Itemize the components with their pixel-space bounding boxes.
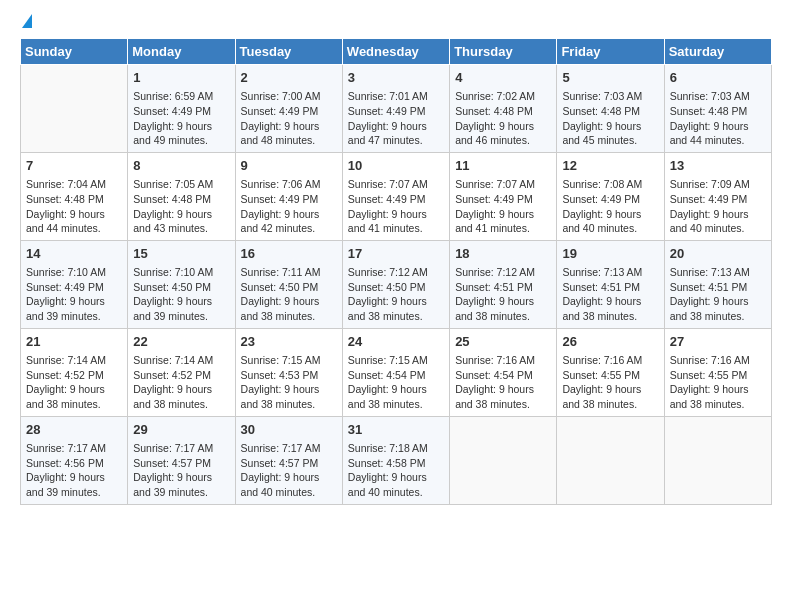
sunset-text: Sunset: 4:51 PM <box>455 280 551 295</box>
calendar-cell: 22Sunrise: 7:14 AMSunset: 4:52 PMDayligh… <box>128 328 235 416</box>
daylight-text: Daylight: 9 hours and 40 minutes. <box>348 470 444 499</box>
daylight-text: Daylight: 9 hours and 39 minutes. <box>26 294 122 323</box>
sunrise-text: Sunrise: 7:06 AM <box>241 177 337 192</box>
daylight-text: Daylight: 9 hours and 38 minutes. <box>670 382 766 411</box>
sunrise-text: Sunrise: 7:17 AM <box>26 441 122 456</box>
sunrise-text: Sunrise: 7:05 AM <box>133 177 229 192</box>
daylight-text: Daylight: 9 hours and 48 minutes. <box>241 119 337 148</box>
day-number: 19 <box>562 245 658 263</box>
daylight-text: Daylight: 9 hours and 46 minutes. <box>455 119 551 148</box>
daylight-text: Daylight: 9 hours and 38 minutes. <box>241 294 337 323</box>
daylight-text: Daylight: 9 hours and 38 minutes. <box>133 382 229 411</box>
daylight-text: Daylight: 9 hours and 38 minutes. <box>241 382 337 411</box>
day-number: 11 <box>455 157 551 175</box>
calendar-header-day: Tuesday <box>235 39 342 65</box>
sunrise-text: Sunrise: 7:13 AM <box>670 265 766 280</box>
calendar-cell: 5Sunrise: 7:03 AMSunset: 4:48 PMDaylight… <box>557 65 664 153</box>
sunrise-text: Sunrise: 7:01 AM <box>348 89 444 104</box>
day-number: 26 <box>562 333 658 351</box>
daylight-text: Daylight: 9 hours and 43 minutes. <box>133 207 229 236</box>
daylight-text: Daylight: 9 hours and 38 minutes. <box>455 382 551 411</box>
daylight-text: Daylight: 9 hours and 44 minutes. <box>670 119 766 148</box>
daylight-text: Daylight: 9 hours and 38 minutes. <box>670 294 766 323</box>
calendar-header-day: Friday <box>557 39 664 65</box>
calendar-cell: 8Sunrise: 7:05 AMSunset: 4:48 PMDaylight… <box>128 152 235 240</box>
day-number: 17 <box>348 245 444 263</box>
sunset-text: Sunset: 4:48 PM <box>133 192 229 207</box>
calendar-cell: 19Sunrise: 7:13 AMSunset: 4:51 PMDayligh… <box>557 240 664 328</box>
calendar-cell <box>21 65 128 153</box>
calendar-cell: 26Sunrise: 7:16 AMSunset: 4:55 PMDayligh… <box>557 328 664 416</box>
sunrise-text: Sunrise: 7:07 AM <box>455 177 551 192</box>
sunset-text: Sunset: 4:49 PM <box>241 104 337 119</box>
calendar-cell: 16Sunrise: 7:11 AMSunset: 4:50 PMDayligh… <box>235 240 342 328</box>
sunrise-text: Sunrise: 7:16 AM <box>455 353 551 368</box>
logo-icon <box>22 14 32 28</box>
calendar-header-day: Thursday <box>450 39 557 65</box>
sunset-text: Sunset: 4:49 PM <box>133 104 229 119</box>
calendar-cell: 14Sunrise: 7:10 AMSunset: 4:49 PMDayligh… <box>21 240 128 328</box>
calendar-week-row: 28Sunrise: 7:17 AMSunset: 4:56 PMDayligh… <box>21 416 772 504</box>
sunrise-text: Sunrise: 7:03 AM <box>670 89 766 104</box>
day-number: 4 <box>455 69 551 87</box>
sunrise-text: Sunrise: 7:13 AM <box>562 265 658 280</box>
sunset-text: Sunset: 4:49 PM <box>348 104 444 119</box>
sunset-text: Sunset: 4:52 PM <box>26 368 122 383</box>
day-number: 1 <box>133 69 229 87</box>
calendar-cell: 11Sunrise: 7:07 AMSunset: 4:49 PMDayligh… <box>450 152 557 240</box>
sunset-text: Sunset: 4:50 PM <box>241 280 337 295</box>
calendar-cell: 25Sunrise: 7:16 AMSunset: 4:54 PMDayligh… <box>450 328 557 416</box>
day-number: 18 <box>455 245 551 263</box>
calendar-cell: 30Sunrise: 7:17 AMSunset: 4:57 PMDayligh… <box>235 416 342 504</box>
header <box>20 16 772 30</box>
daylight-text: Daylight: 9 hours and 39 minutes. <box>133 294 229 323</box>
sunset-text: Sunset: 4:50 PM <box>348 280 444 295</box>
sunrise-text: Sunrise: 7:15 AM <box>348 353 444 368</box>
sunrise-text: Sunrise: 7:16 AM <box>562 353 658 368</box>
day-number: 22 <box>133 333 229 351</box>
daylight-text: Daylight: 9 hours and 40 minutes. <box>670 207 766 236</box>
sunrise-text: Sunrise: 7:03 AM <box>562 89 658 104</box>
calendar-week-row: 14Sunrise: 7:10 AMSunset: 4:49 PMDayligh… <box>21 240 772 328</box>
daylight-text: Daylight: 9 hours and 42 minutes. <box>241 207 337 236</box>
day-number: 29 <box>133 421 229 439</box>
calendar-week-row: 21Sunrise: 7:14 AMSunset: 4:52 PMDayligh… <box>21 328 772 416</box>
sunset-text: Sunset: 4:51 PM <box>562 280 658 295</box>
sunrise-text: Sunrise: 7:02 AM <box>455 89 551 104</box>
daylight-text: Daylight: 9 hours and 38 minutes. <box>348 294 444 323</box>
calendar-cell: 23Sunrise: 7:15 AMSunset: 4:53 PMDayligh… <box>235 328 342 416</box>
calendar-week-row: 7Sunrise: 7:04 AMSunset: 4:48 PMDaylight… <box>21 152 772 240</box>
day-number: 16 <box>241 245 337 263</box>
calendar-header-day: Saturday <box>664 39 771 65</box>
sunset-text: Sunset: 4:57 PM <box>241 456 337 471</box>
page: SundayMondayTuesdayWednesdayThursdayFrid… <box>0 0 792 612</box>
calendar-cell: 3Sunrise: 7:01 AMSunset: 4:49 PMDaylight… <box>342 65 449 153</box>
sunset-text: Sunset: 4:48 PM <box>562 104 658 119</box>
day-number: 14 <box>26 245 122 263</box>
sunrise-text: Sunrise: 7:11 AM <box>241 265 337 280</box>
sunset-text: Sunset: 4:49 PM <box>562 192 658 207</box>
calendar-cell: 6Sunrise: 7:03 AMSunset: 4:48 PMDaylight… <box>664 65 771 153</box>
day-number: 15 <box>133 245 229 263</box>
day-number: 5 <box>562 69 658 87</box>
calendar-cell: 7Sunrise: 7:04 AMSunset: 4:48 PMDaylight… <box>21 152 128 240</box>
daylight-text: Daylight: 9 hours and 38 minutes. <box>26 382 122 411</box>
day-number: 31 <box>348 421 444 439</box>
day-number: 12 <box>562 157 658 175</box>
sunrise-text: Sunrise: 7:15 AM <box>241 353 337 368</box>
calendar-week-row: 1Sunrise: 6:59 AMSunset: 4:49 PMDaylight… <box>21 65 772 153</box>
sunset-text: Sunset: 4:54 PM <box>455 368 551 383</box>
daylight-text: Daylight: 9 hours and 47 minutes. <box>348 119 444 148</box>
daylight-text: Daylight: 9 hours and 38 minutes. <box>455 294 551 323</box>
daylight-text: Daylight: 9 hours and 40 minutes. <box>241 470 337 499</box>
sunset-text: Sunset: 4:57 PM <box>133 456 229 471</box>
sunset-text: Sunset: 4:55 PM <box>670 368 766 383</box>
daylight-text: Daylight: 9 hours and 49 minutes. <box>133 119 229 148</box>
daylight-text: Daylight: 9 hours and 38 minutes. <box>348 382 444 411</box>
daylight-text: Daylight: 9 hours and 44 minutes. <box>26 207 122 236</box>
day-number: 6 <box>670 69 766 87</box>
sunrise-text: Sunrise: 6:59 AM <box>133 89 229 104</box>
daylight-text: Daylight: 9 hours and 39 minutes. <box>26 470 122 499</box>
sunrise-text: Sunrise: 7:10 AM <box>133 265 229 280</box>
calendar-cell: 2Sunrise: 7:00 AMSunset: 4:49 PMDaylight… <box>235 65 342 153</box>
